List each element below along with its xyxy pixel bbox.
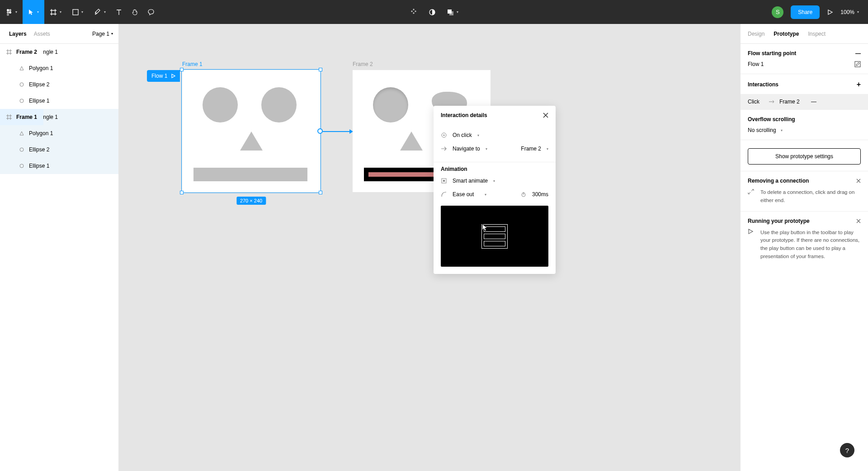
interactions-header: Interactions bbox=[748, 81, 778, 88]
layers-panel: Layers Assets Page 1 ▾ Frame 2 Rectangle… bbox=[0, 24, 119, 471]
main-toolbar: ▾ ▾ ▾ ▾ ▾ bbox=[0, 0, 868, 24]
present-button[interactable] bbox=[827, 0, 833, 24]
mask-icon bbox=[429, 9, 436, 16]
chevron-down-icon: ▾ bbox=[485, 193, 486, 197]
resize-handle-tl[interactable] bbox=[180, 68, 184, 71]
hand-tool-button[interactable] bbox=[127, 0, 143, 24]
add-interaction-button[interactable]: + bbox=[857, 80, 861, 89]
comment-icon bbox=[147, 9, 155, 16]
overflow-header: Overflow scrolling bbox=[748, 116, 795, 122]
prototype-tab[interactable]: Prototype bbox=[774, 31, 799, 37]
figma-menu-button[interactable]: ▾ bbox=[0, 0, 23, 24]
layer-ellipse-2b[interactable]: Ellipse 2 bbox=[0, 141, 118, 158]
text-icon bbox=[116, 9, 122, 15]
easing-label: Ease out bbox=[453, 191, 474, 198]
layer-frame-2[interactable]: Frame 2 bbox=[0, 44, 43, 60]
trigger-row[interactable]: On click ▾ bbox=[441, 128, 548, 142]
design-tab[interactable]: Design bbox=[748, 31, 764, 37]
svg-point-14 bbox=[20, 164, 24, 168]
resize-handle-bl[interactable] bbox=[180, 191, 184, 194]
navigate-icon bbox=[441, 146, 447, 152]
frame-2-label[interactable]: Frame 2 bbox=[353, 61, 373, 67]
comment-tool-button[interactable] bbox=[143, 0, 159, 24]
prototype-connection-node[interactable] bbox=[317, 128, 323, 134]
layer-ellipse-1a[interactable]: Ellipse 1 bbox=[0, 93, 118, 109]
interaction-item[interactable]: Click Frame 2 — bbox=[741, 94, 868, 109]
remove-button[interactable]: — bbox=[855, 50, 861, 57]
help-button[interactable]: ? bbox=[840, 443, 854, 457]
dismiss-tip-button[interactable] bbox=[856, 219, 861, 223]
frame-icon bbox=[6, 114, 12, 120]
layer-ellipse-2a[interactable]: Ellipse 2 bbox=[0, 76, 118, 93]
remove-interaction-button[interactable]: — bbox=[811, 99, 816, 105]
animation-preview bbox=[441, 206, 548, 267]
ellipse-2[interactable] bbox=[261, 87, 297, 122]
close-icon bbox=[856, 179, 861, 183]
inspect-tab[interactable]: Inspect bbox=[808, 31, 826, 37]
frame-1-label[interactable]: Frame 1 bbox=[182, 61, 203, 67]
canvas-frame-1[interactable]: Frame 1 Flow 1 270 × 240 bbox=[182, 70, 320, 192]
animation-header: Animation bbox=[441, 166, 548, 174]
interaction-trigger-label: Click bbox=[748, 99, 760, 105]
layer-ellipse-1b[interactable]: Ellipse 1 bbox=[0, 158, 118, 174]
canvas[interactable]: Frame 1 Flow 1 270 × 240 Frame 2 Inter bbox=[119, 24, 740, 471]
easing-icon bbox=[441, 191, 447, 198]
duration-icon bbox=[520, 191, 527, 198]
boolean-button[interactable]: ▾ bbox=[447, 0, 458, 24]
svg-rect-2 bbox=[7, 11, 9, 14]
svg-rect-4 bbox=[7, 14, 9, 16]
svg-point-3 bbox=[9, 11, 11, 14]
dismiss-tip-button[interactable] bbox=[856, 179, 861, 183]
layer-frame-1[interactable]: Frame 1 bbox=[0, 109, 43, 125]
prototype-settings-button[interactable]: Show prototype settings bbox=[748, 148, 861, 165]
layer-label: Ellipse 2 bbox=[29, 81, 49, 88]
shape-tool-button[interactable]: ▾ bbox=[67, 0, 89, 24]
action-label: Navigate to bbox=[453, 146, 480, 152]
flow-name-value[interactable]: Flow 1 bbox=[748, 61, 764, 67]
easing-row[interactable]: Ease out ▾ 300ms bbox=[441, 188, 548, 201]
frame-icon bbox=[50, 9, 57, 16]
trigger-icon bbox=[441, 132, 447, 138]
polygon-1[interactable] bbox=[240, 132, 263, 151]
left-panel-tabs: Layers Assets Page 1 ▾ bbox=[0, 24, 118, 44]
zoom-control[interactable]: 100% ▾ bbox=[840, 9, 859, 15]
duration-value: 300ms bbox=[532, 191, 548, 198]
flow-section-header: Flow starting point bbox=[748, 50, 796, 57]
zoom-value: 100% bbox=[840, 9, 854, 15]
flow-section: Flow starting point — Flow 1 bbox=[741, 44, 868, 74]
close-icon bbox=[856, 219, 861, 223]
share-button[interactable]: Share bbox=[791, 5, 820, 19]
hand-icon bbox=[131, 9, 138, 16]
chevron-down-icon: ▾ bbox=[857, 10, 859, 14]
assets-tab[interactable]: Assets bbox=[30, 31, 54, 37]
svg-point-13 bbox=[20, 148, 24, 151]
mask-button[interactable] bbox=[429, 0, 436, 24]
animation-type-row[interactable]: Smart animate ▾ bbox=[441, 174, 548, 188]
layers-tab[interactable]: Layers bbox=[5, 31, 30, 37]
tip-running-prototype: Running your prototype Use the play butt… bbox=[741, 212, 868, 267]
polygon-1[interactable] bbox=[400, 132, 423, 151]
prototype-connection-arrow[interactable] bbox=[323, 131, 353, 132]
frame-tool-button[interactable]: ▾ bbox=[44, 0, 67, 24]
ellipse-1[interactable] bbox=[203, 87, 238, 122]
text-tool-button[interactable] bbox=[111, 0, 127, 24]
move-tool-button[interactable]: ▾ bbox=[23, 0, 44, 24]
layer-polygon-1b[interactable]: Polygon 1 bbox=[0, 125, 118, 141]
action-row[interactable]: Navigate to ▾ Frame 2 ▾ bbox=[441, 142, 548, 155]
flow-badge[interactable]: Flow 1 bbox=[147, 70, 180, 82]
resize-handle-br[interactable] bbox=[319, 191, 322, 194]
overflow-value-row[interactable]: No scrolling ▾ bbox=[748, 122, 861, 133]
components-button[interactable] bbox=[410, 0, 418, 24]
pen-tool-button[interactable]: ▾ bbox=[89, 0, 111, 24]
layer-polygon-1a[interactable]: Polygon 1 bbox=[0, 60, 118, 76]
edit-flow-button[interactable] bbox=[854, 61, 861, 67]
ellipse-1[interactable] bbox=[373, 87, 408, 122]
close-button[interactable] bbox=[543, 113, 548, 118]
chevron-down-icon: ▾ bbox=[477, 133, 479, 137]
toolbar-left-group: ▾ ▾ ▾ ▾ ▾ bbox=[0, 0, 159, 24]
rectangle-1[interactable] bbox=[193, 168, 307, 181]
animation-type-label: Smart animate bbox=[453, 178, 488, 184]
page-selector[interactable]: Page 1 ▾ bbox=[92, 31, 113, 37]
user-avatar[interactable]: S bbox=[772, 6, 783, 18]
resize-handle-tr[interactable] bbox=[319, 68, 322, 71]
